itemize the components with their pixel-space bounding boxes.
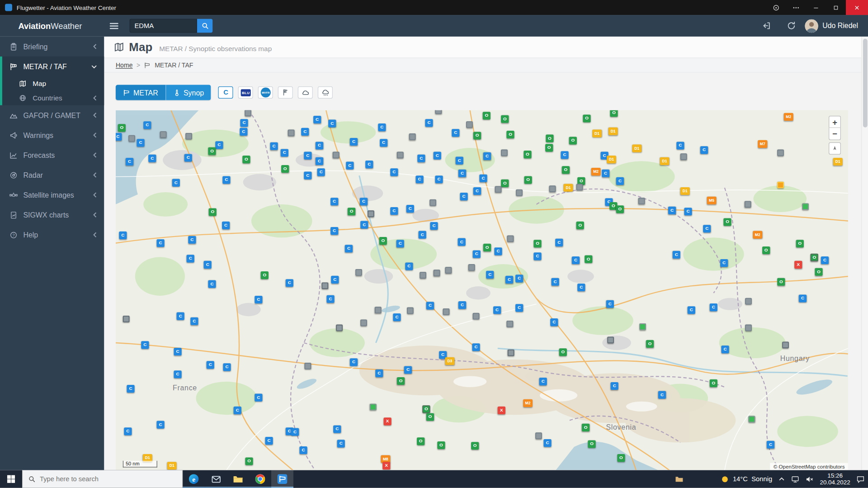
station-marker-c[interactable]: C xyxy=(515,304,523,312)
sidebar-item-gafor-gamet[interactable]: GAFOR / GAMET xyxy=(0,105,104,125)
station-marker-c[interactable]: C xyxy=(291,428,299,436)
station-marker-o[interactable]: O xyxy=(208,147,216,155)
station-marker-c[interactable]: C xyxy=(479,175,487,182)
page-scrollbar[interactable] xyxy=(861,37,868,470)
station-marker-c[interactable]: C xyxy=(330,198,338,205)
station-marker-c[interactable]: C xyxy=(304,152,311,160)
station-marker-s[interactable] xyxy=(777,150,784,156)
station-marker-o[interactable]: O xyxy=(506,131,514,138)
station-marker-m2[interactable]: M2 xyxy=(523,399,533,407)
filter-weather-button[interactable] xyxy=(318,86,333,99)
station-marker-c[interactable]: C xyxy=(316,157,323,165)
station-marker-sb[interactable] xyxy=(336,325,343,332)
zoom-in-button[interactable]: + xyxy=(829,116,841,128)
station-marker-c[interactable]: C xyxy=(124,427,132,435)
station-marker-d1[interactable]: D1 xyxy=(609,128,618,135)
station-marker-o[interactable]: O xyxy=(501,115,509,123)
station-marker-s[interactable] xyxy=(434,270,440,276)
station-marker-c[interactable]: C xyxy=(406,205,414,213)
station-marker-c[interactable]: C xyxy=(174,370,181,378)
station-marker-c[interactable]: C xyxy=(472,343,480,351)
station-marker-c[interactable]: C xyxy=(425,119,433,127)
sidebar-item-help[interactable]: ? Help xyxy=(0,225,104,245)
station-marker-s[interactable] xyxy=(420,272,426,279)
station-marker-m2[interactable]: M2 xyxy=(591,168,601,175)
station-marker-s[interactable] xyxy=(506,321,513,327)
station-marker-c[interactable]: C xyxy=(493,306,501,314)
station-marker-s[interactable] xyxy=(360,320,367,327)
station-marker-c[interactable]: C xyxy=(396,240,404,247)
chrome-browser-icon[interactable] xyxy=(249,470,271,488)
station-marker-d1[interactable]: D1 xyxy=(607,156,616,163)
station-marker-o[interactable]: O xyxy=(646,340,654,348)
sidebar-item-briefing[interactable]: Briefing xyxy=(0,37,104,57)
action-center-icon[interactable] xyxy=(856,475,864,483)
station-marker-o[interactable]: O xyxy=(483,244,491,251)
station-marker-c[interactable]: C xyxy=(602,170,609,177)
station-marker-c[interactable]: C xyxy=(486,271,494,279)
station-marker-c[interactable]: C xyxy=(419,231,426,239)
observations-map[interactable]: OOM2OCCCCCCOOCCCCCCCCCCOOOOD1D1D1CCM7D1C… xyxy=(116,110,848,470)
station-marker-c[interactable]: C xyxy=(577,284,585,291)
station-marker-c[interactable]: C xyxy=(207,361,214,369)
station-marker-c[interactable]: C xyxy=(234,407,241,414)
station-marker-o[interactable]: O xyxy=(118,124,126,132)
station-marker-c[interactable]: C xyxy=(561,151,568,159)
station-marker-s[interactable] xyxy=(333,152,340,159)
aviation-weather-app-icon[interactable] xyxy=(271,470,293,488)
station-marker-sb[interactable] xyxy=(607,336,614,343)
station-marker-o[interactable]: O xyxy=(559,348,567,356)
station-marker-x[interactable]: X xyxy=(794,261,802,269)
station-marker-s[interactable] xyxy=(443,308,450,315)
station-marker-c[interactable]: C xyxy=(426,302,434,309)
station-marker-o[interactable]: O xyxy=(796,240,804,247)
station-marker-c[interactable]: C xyxy=(281,149,288,156)
station-marker-s[interactable] xyxy=(429,199,436,206)
station-marker-c[interactable]: C xyxy=(286,279,293,287)
sidebar-item-satellite-images[interactable]: Satellite images xyxy=(0,185,104,205)
network-icon[interactable] xyxy=(791,475,799,483)
station-marker-s[interactable] xyxy=(409,133,416,140)
station-marker-c[interactable]: C xyxy=(127,385,134,393)
sidebar-item-map[interactable]: Map xyxy=(2,76,104,91)
station-marker-c[interactable]: C xyxy=(380,139,387,147)
sidebar-item-metar-taf[interactable]: METAR / TAF xyxy=(2,57,104,76)
station-marker-ob[interactable]: O xyxy=(422,405,430,413)
station-marker-c[interactable]: C xyxy=(616,177,624,185)
station-marker-c[interactable]: C xyxy=(350,358,358,366)
station-marker-o[interactable]: O xyxy=(616,205,624,213)
station-marker-o[interactable]: O xyxy=(588,440,595,448)
station-marker-c[interactable]: C xyxy=(458,301,466,309)
station-marker-o[interactable]: O xyxy=(397,377,405,385)
station-marker-c[interactable]: C xyxy=(606,300,614,308)
station-marker-c[interactable]: C xyxy=(452,129,459,137)
station-marker-s[interactable] xyxy=(466,121,473,128)
station-marker-c[interactable]: C xyxy=(337,440,345,447)
synop-mode-button[interactable]: Synop xyxy=(165,85,211,100)
station-marker-s[interactable] xyxy=(397,152,404,159)
station-marker-sb[interactable] xyxy=(123,316,130,322)
station-marker-c[interactable]: C xyxy=(345,245,353,252)
station-marker-o[interactable]: O xyxy=(617,454,625,462)
station-marker-gb[interactable] xyxy=(749,416,755,423)
station-marker-o[interactable]: O xyxy=(348,208,355,215)
station-marker-d1[interactable]: D1 xyxy=(592,130,602,137)
station-marker-c[interactable]: C xyxy=(184,154,192,161)
station-marker-s[interactable] xyxy=(304,363,311,370)
station-marker-s[interactable] xyxy=(355,269,362,276)
station-marker-o[interactable]: O xyxy=(585,255,592,263)
station-marker-c[interactable]: C xyxy=(316,142,323,149)
station-marker-s[interactable] xyxy=(507,235,514,242)
station-marker-o[interactable]: O xyxy=(610,110,618,117)
station-marker-c[interactable]: C xyxy=(473,250,481,258)
station-marker-gb[interactable] xyxy=(639,323,646,330)
map-attribution[interactable]: © OpenStreetMap contributors xyxy=(770,463,848,470)
station-marker-c[interactable]: C xyxy=(483,152,491,160)
station-marker-c[interactable]: C xyxy=(188,236,196,244)
station-marker-o[interactable]: O xyxy=(762,246,770,254)
station-marker-o[interactable]: O xyxy=(777,278,785,286)
station-marker-c[interactable]: C xyxy=(700,146,708,154)
station-marker-o[interactable]: O xyxy=(483,112,491,119)
station-marker-s[interactable] xyxy=(745,325,752,332)
station-marker-o[interactable]: O xyxy=(524,151,531,158)
